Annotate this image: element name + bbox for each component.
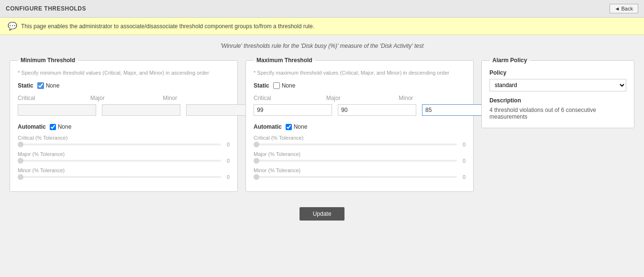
min-minor-tolerance-value: 0 bbox=[224, 174, 230, 180]
info-banner: 💬 This page enables the administrator to… bbox=[0, 18, 644, 35]
maximum-threshold-panel: Maximum Threshold * Specify maximum thre… bbox=[245, 57, 474, 192]
max-automatic-row: Automatic None bbox=[254, 123, 466, 130]
policy-select[interactable]: standard aggressive lenient bbox=[489, 79, 626, 91]
min-major-tolerance-value: 0 bbox=[224, 158, 230, 164]
max-critical-tolerance-value: 0 bbox=[460, 142, 466, 147]
max-minor-tolerance-value: 0 bbox=[460, 174, 466, 180]
max-cmm-headers: Critical Major Minor bbox=[254, 95, 466, 101]
min-major-tolerance-label: Major (% Tolerance) bbox=[18, 151, 230, 157]
min-cmm-inputs bbox=[18, 104, 230, 116]
max-threshold-hint: * Specify maximum threshold values (Crit… bbox=[254, 69, 466, 77]
min-automatic-label: Automatic bbox=[18, 123, 46, 130]
max-major-tolerance-label: Major (% Tolerance) bbox=[254, 151, 466, 157]
min-static-label: Static bbox=[18, 82, 33, 89]
page-header: CONFIGURE THRESHOLDS ◄ Back bbox=[0, 0, 644, 18]
max-critical-tolerance: Critical (% Tolerance) 0 bbox=[254, 135, 466, 147]
max-auto-none-checkbox[interactable] bbox=[286, 124, 292, 130]
min-critical-input[interactable] bbox=[18, 104, 96, 116]
min-critical-header: Critical bbox=[18, 95, 85, 101]
max-critical-header: Critical bbox=[254, 95, 321, 101]
min-major-input[interactable] bbox=[102, 104, 180, 116]
max-minor-header: Minor bbox=[399, 95, 466, 101]
min-critical-tolerance-label: Critical (% Tolerance) bbox=[18, 135, 230, 141]
max-static-label: Static bbox=[254, 82, 269, 89]
max-critical-tolerance-slider[interactable] bbox=[254, 144, 457, 145]
min-static-row: Static None bbox=[18, 82, 230, 89]
min-auto-none-label[interactable]: None bbox=[50, 123, 72, 130]
max-cmm-inputs bbox=[254, 104, 466, 116]
min-cmm-headers: Critical Major Minor bbox=[18, 95, 230, 101]
min-minor-tolerance-slider[interactable] bbox=[18, 176, 221, 178]
max-minor-tolerance-label: Minor (% Tolerance) bbox=[254, 167, 466, 173]
update-row: Update bbox=[10, 207, 634, 221]
max-automatic-label: Automatic bbox=[254, 123, 282, 130]
max-static-row: Static None bbox=[254, 82, 466, 89]
max-major-tolerance: Major (% Tolerance) 0 bbox=[254, 151, 466, 164]
max-major-tolerance-value: 0 bbox=[460, 158, 466, 164]
alarm-policy-panel: Alarm Policy Policy standard aggressive … bbox=[481, 57, 634, 128]
description-text: 4 threshold violations out of 6 consecut… bbox=[489, 107, 626, 120]
info-icon: 💬 bbox=[8, 22, 17, 31]
page-title: CONFIGURE THRESHOLDS bbox=[6, 5, 86, 12]
max-auto-none-label[interactable]: None bbox=[286, 123, 308, 130]
page-subtitle: 'Winrule' thresholds rule for the 'Disk … bbox=[10, 43, 634, 49]
alarm-policy-legend: Alarm Policy bbox=[489, 57, 530, 64]
max-major-input[interactable] bbox=[338, 104, 416, 116]
min-threshold-legend: Minimum Threshold bbox=[18, 57, 78, 64]
alarm-policy-fieldset: Alarm Policy Policy standard aggressive … bbox=[481, 57, 634, 128]
main-content: 'Winrule' thresholds rule for the 'Disk … bbox=[0, 35, 644, 228]
max-critical-tolerance-label: Critical (% Tolerance) bbox=[254, 135, 466, 141]
min-major-header: Major bbox=[90, 95, 157, 101]
min-none-label[interactable]: None bbox=[37, 82, 60, 89]
max-major-tolerance-slider[interactable] bbox=[254, 160, 457, 162]
minimum-threshold-panel: Minimum Threshold * Specify minimum thre… bbox=[10, 57, 238, 192]
max-minor-tolerance-slider[interactable] bbox=[254, 176, 457, 178]
min-major-tolerance: Major (% Tolerance) 0 bbox=[18, 151, 230, 164]
max-critical-input[interactable] bbox=[254, 104, 332, 116]
panels-row: Minimum Threshold * Specify minimum thre… bbox=[10, 57, 634, 192]
min-none-checkbox[interactable] bbox=[37, 82, 44, 89]
update-button[interactable]: Update bbox=[300, 207, 345, 221]
policy-label: Policy bbox=[489, 69, 626, 76]
min-minor-tolerance-label: Minor (% Tolerance) bbox=[18, 167, 230, 173]
min-threshold-hint: * Specify minimum threshold values (Crit… bbox=[18, 69, 230, 77]
min-critical-tolerance-slider[interactable] bbox=[18, 144, 221, 145]
banner-text: This page enables the administrator to a… bbox=[21, 23, 314, 30]
max-major-header: Major bbox=[326, 95, 393, 101]
min-critical-tolerance-value: 0 bbox=[224, 142, 230, 147]
max-none-label[interactable]: None bbox=[273, 82, 296, 89]
min-minor-tolerance: Minor (% Tolerance) 0 bbox=[18, 167, 230, 180]
min-major-tolerance-slider[interactable] bbox=[18, 160, 221, 162]
max-threshold-legend: Maximum Threshold bbox=[254, 57, 315, 64]
description-label: Description bbox=[489, 97, 626, 104]
back-button[interactable]: ◄ Back bbox=[610, 4, 638, 13]
min-critical-tolerance: Critical (% Tolerance) 0 bbox=[18, 135, 230, 147]
max-none-checkbox[interactable] bbox=[273, 82, 280, 89]
max-minor-tolerance: Minor (% Tolerance) 0 bbox=[254, 167, 466, 180]
min-auto-none-checkbox[interactable] bbox=[50, 124, 56, 130]
min-automatic-row: Automatic None bbox=[18, 123, 230, 130]
min-minor-header: Minor bbox=[163, 95, 230, 101]
